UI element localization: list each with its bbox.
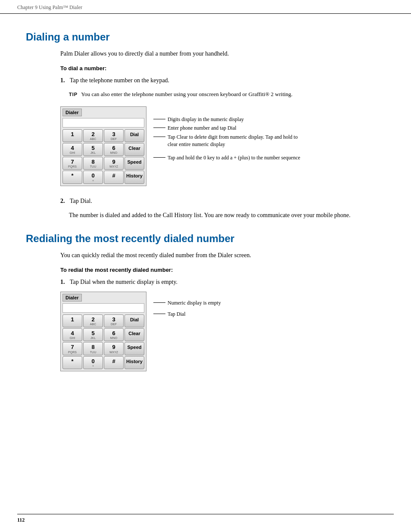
ann-row-2-1: Tap Dial xyxy=(153,311,221,318)
step-number-1-1: 1. xyxy=(60,76,70,85)
dialer2-speed[interactable]: Speed xyxy=(125,342,144,355)
dialer-history-1[interactable]: History xyxy=(125,171,144,184)
dialer-widget-1: Dialer 1 2ABC 3DEF Dial 4GHI 5JKL 6MNO C… xyxy=(60,106,146,186)
subsection-title-2: To redial the most recently dialed numbe… xyxy=(60,267,385,273)
dialer-key-star[interactable]: * xyxy=(62,171,82,184)
ann-row-1-2: Tap Clear to delete digit from numeric d… xyxy=(153,134,301,148)
step-list-2: 1. Tap Dial when the numeric display is … xyxy=(60,277,385,286)
section-dialing: Dialing a number Palm Dialer allows you … xyxy=(26,31,385,220)
dialer-title-bar-2: Dialer xyxy=(62,294,82,302)
ann-text-2-0: Numeric display is empty xyxy=(168,299,221,307)
step-number-2-1: 1. xyxy=(60,277,70,286)
step-2-1: 1. Tap Dial when the numeric display is … xyxy=(60,277,385,286)
dialer-title-bar-1: Dialer xyxy=(62,109,82,116)
dialer2-key-2[interactable]: 2ABC xyxy=(83,314,103,327)
section-title-2: Redialing the most recently dialed numbe… xyxy=(26,233,385,245)
ann-text-1-1: Enter phone number and tap Dial xyxy=(168,124,237,132)
page-footer: 112 xyxy=(17,514,394,523)
tip-label-1: TIP xyxy=(69,92,78,97)
dialer-diagram-1: Dialer 1 2ABC 3DEF Dial 4GHI 5JKL 6MNO C… xyxy=(60,106,385,186)
dialer-key-2[interactable]: 2ABC xyxy=(83,129,103,142)
step-text-2-1: Tap Dial when the numeric display is emp… xyxy=(70,277,385,286)
ann-row-1-0: Digits display in the numeric display xyxy=(153,116,301,123)
step-list-1: 1. Tap the telephone number on the keypa… xyxy=(60,76,385,85)
dialer-diagram-2: Dialer 1 2ABC 3DEF Dial 4GHI 5JKL 6MNO C… xyxy=(60,292,385,371)
dialer-key-0[interactable]: 0+ xyxy=(83,171,103,184)
ann-row-1-3: Tap and hold the 0 key to add a + (plus)… xyxy=(153,154,301,162)
dialer2-key-hash[interactable]: # xyxy=(104,356,124,369)
section-intro-1: Palm Dialer allows you to directly dial … xyxy=(60,49,385,58)
dialer-key-5[interactable]: 5JKL xyxy=(83,143,103,156)
dialer-grid-2: 1 2ABC 3DEF Dial 4GHI 5JKL 6MNO Clear 7P… xyxy=(62,314,144,369)
dialer-display-1 xyxy=(62,118,144,128)
dialer-widget-2: Dialer 1 2ABC 3DEF Dial 4GHI 5JKL 6MNO C… xyxy=(60,292,146,371)
ann-text-2-1: Tap Dial xyxy=(168,311,185,318)
subsection-title-1: To dial a number: xyxy=(60,65,385,72)
step-1-2: 2. Tap Dial. xyxy=(60,196,385,205)
dialer2-key-6[interactable]: 6MNO xyxy=(104,328,124,341)
dialer-display-2 xyxy=(62,303,144,313)
step-list-1b: 2. Tap Dial. xyxy=(60,196,385,205)
dialer-key-8[interactable]: 8TUU xyxy=(83,157,103,170)
section-intro-2: You can quickly redial the most recently… xyxy=(60,251,385,260)
dialer2-clear[interactable]: Clear xyxy=(125,328,144,341)
ann-text-1-0: Digits display in the numeric display xyxy=(168,116,244,123)
diagram-1-annotations: Digits display in the numeric display En… xyxy=(153,106,301,162)
dialer2-dial[interactable]: Dial xyxy=(125,314,144,327)
step2-followup: The number is dialed and added to the Ca… xyxy=(69,211,385,220)
ann-text-1-3: Tap and hold the 0 key to add a + (plus)… xyxy=(168,154,300,162)
step-1-1: 1. Tap the telephone number on the keypa… xyxy=(60,76,385,85)
dialer2-key-7[interactable]: 7PQRS xyxy=(62,342,82,355)
dialer2-key-3[interactable]: 3DEF xyxy=(104,314,124,327)
ann-text-1-2: Tap Clear to delete digit from numeric d… xyxy=(168,134,301,148)
tip-text-1: You can also enter the telephone number … xyxy=(81,91,293,97)
dialer-key-hash[interactable]: # xyxy=(104,171,124,184)
dialer-key-7[interactable]: 7PQRS xyxy=(62,157,82,170)
dialer2-history[interactable]: History xyxy=(125,356,144,369)
dialer-clear-1[interactable]: Clear xyxy=(125,143,144,156)
dialer-speed-1[interactable]: Speed xyxy=(125,157,144,170)
dialer-key-6[interactable]: 6MNO xyxy=(104,143,124,156)
ann-row-2-0: Numeric display is empty xyxy=(153,299,221,307)
dialer2-key-4[interactable]: 4GHI xyxy=(62,328,82,341)
dialer2-key-9[interactable]: 9WXYZ xyxy=(104,342,124,355)
section-title-1: Dialing a number xyxy=(26,31,385,43)
page-content: Dialing a number Palm Dialer allows you … xyxy=(0,14,411,408)
dialer-key-3[interactable]: 3DEF xyxy=(104,129,124,142)
dialer2-key-star[interactable]: * xyxy=(62,356,82,369)
diagram-2-annotations: Numeric display is empty Tap Dial xyxy=(153,292,221,318)
dialer2-key-5[interactable]: 5JKL xyxy=(83,328,103,341)
step-number-1-2: 2. xyxy=(60,196,70,205)
dialer-key-1[interactable]: 1 xyxy=(62,129,82,142)
dialer2-key-1[interactable]: 1 xyxy=(62,314,82,327)
tip-box-1: TIPYou can also enter the telephone numb… xyxy=(69,90,385,99)
ann-row-1-1: Enter phone number and tap Dial xyxy=(153,124,301,132)
dialer-dial-1[interactable]: Dial xyxy=(125,129,144,142)
dialer-key-9[interactable]: 9WXYZ xyxy=(104,157,124,170)
step-text-1-2: Tap Dial. xyxy=(70,196,385,205)
step-text-1-1: Tap the telephone number on the keypad. xyxy=(70,76,385,85)
dialer2-key-8[interactable]: 8TUU xyxy=(83,342,103,355)
dialer-key-4[interactable]: 4GHI xyxy=(62,143,82,156)
page-header: Chapter 9 Using Palm™ Dialer xyxy=(0,0,411,14)
page-number: 112 xyxy=(17,517,25,523)
header-text: Chapter 9 Using Palm™ Dialer xyxy=(17,4,82,10)
dialer2-key-0[interactable]: 0+ xyxy=(83,356,103,369)
section-redialing: Redialing the most recently dialed numbe… xyxy=(26,233,385,371)
dialer-grid-1: 1 2ABC 3DEF Dial 4GHI 5JKL 6MNO Clear 7P… xyxy=(62,129,144,184)
